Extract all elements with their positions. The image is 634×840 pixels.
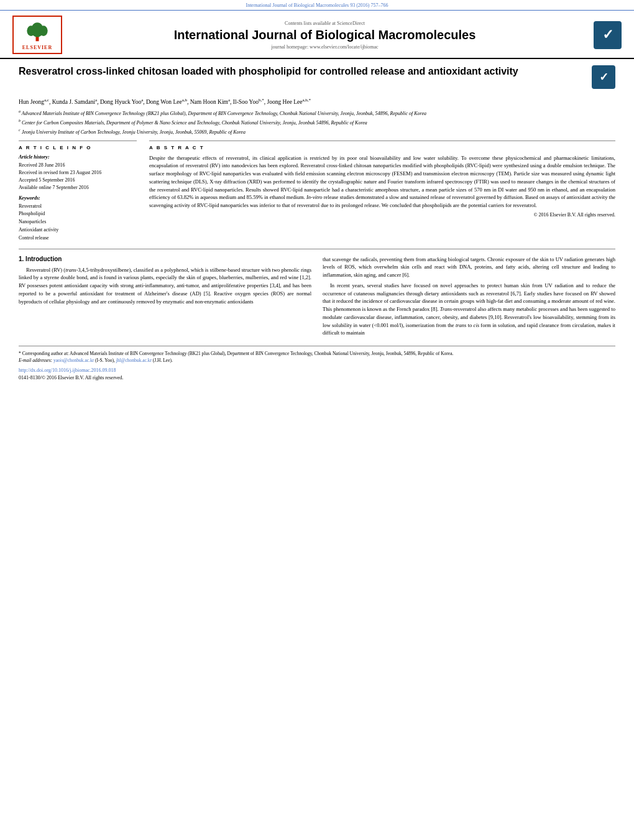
intro-left-text: Resveratrol (RV) (trans-3,4,5-trihydroxy…: [19, 266, 311, 306]
doi-link[interactable]: http://dx.doi.org/10.1016/j.ijbiomac.201…: [19, 367, 116, 373]
abstract-section: A B S T R A C T Despite the therapeutic …: [149, 141, 615, 218]
keyword-antioxidant: Antioxidant activity: [19, 226, 137, 234]
history-received: Received 28 June 2016: [19, 162, 137, 169]
article-title-section: Resveratrol cross-linked chitosan loaded…: [19, 65, 615, 93]
body-columns: 1. Introduction Resveratrol (RV) (trans-…: [19, 256, 615, 340]
history-revised: Received in revised form 23 August 2016: [19, 169, 137, 177]
authors-line: Hun Jeonga,c, Kunda J. Samdania, Dong Hy…: [19, 98, 615, 105]
page: International Journal of Biological Macr…: [0, 0, 634, 840]
abstract-label: A B S T R A C T: [149, 145, 615, 150]
elsevier-logo: ELSEVIER: [12, 16, 62, 54]
email-yoo[interactable]: yaois@chonbuk.ac.kr: [53, 358, 94, 363]
email-lee[interactable]: jhl@chonbuk.ac.kr: [116, 358, 152, 363]
journal-header: ELSEVIER Contents lists available at Sci…: [0, 11, 634, 59]
history-accepted: Accepted 5 September 2016: [19, 177, 137, 184]
corresponding-author-note: * Corresponding author at: Advanced Mate…: [19, 350, 615, 357]
intro-right-text: that scavenge the radicals, preventing t…: [323, 256, 615, 338]
article-info-box: A R T I C L E I N F O Article history: R…: [19, 141, 137, 242]
keywords-label: Keywords:: [19, 195, 137, 201]
body-left-col: 1. Introduction Resveratrol (RV) (trans-…: [19, 256, 311, 340]
history-online: Available online 7 September 2016: [19, 184, 137, 192]
svg-point-3: [39, 25, 47, 36]
crossmark-icon: ✓: [594, 21, 622, 49]
email-line: E-mail addresses: yaois@chonbuk.ac.kr (I…: [19, 357, 615, 364]
journal-title: International Journal of Biological Macr…: [62, 28, 587, 42]
journal-homepage: journal homepage: www.elsevier.com/locat…: [62, 44, 587, 50]
keyword-resveratrol: Resveratrol: [19, 203, 137, 211]
contents-available-line: Contents lists available at ScienceDirec…: [62, 21, 587, 26]
article-info-column: A R T I C L E I N F O Article history: R…: [19, 141, 137, 242]
keyword-phospholipid: Phospholipid: [19, 210, 137, 218]
article-title: Resveratrol cross-linked chitosan loaded…: [19, 65, 586, 78]
issn-line: 0141-8130/© 2016 Elsevier B.V. All right…: [19, 374, 615, 382]
body-right-col: that scavenge the radicals, preventing t…: [323, 256, 615, 340]
journal-citation: International Journal of Biological Macr…: [246, 2, 388, 8]
elsevier-tree-icon: [22, 19, 53, 43]
doi-line: http://dx.doi.org/10.1016/j.ijbiomac.201…: [19, 367, 615, 374]
copyright-line: © 2016 Elsevier B.V. All rights reserved…: [149, 212, 615, 218]
top-bar: International Journal of Biological Macr…: [0, 0, 634, 11]
history-label: Article history:: [19, 154, 137, 160]
keyword-nanoparticles: Nanoparticles: [19, 218, 137, 226]
article-info-label: A R T I C L E I N F O: [19, 145, 137, 150]
article-history: Article history: Received 28 June 2016 R…: [19, 154, 137, 192]
info-abstract-columns: A R T I C L E I N F O Article history: R…: [19, 141, 615, 242]
affiliations: a Advanced Materials Institute of BIN Co…: [19, 109, 615, 136]
section-divider: [19, 249, 615, 249]
elsevier-label: ELSEVIER: [22, 45, 52, 50]
svg-point-2: [27, 25, 35, 36]
journal-title-block: Contents lists available at ScienceDirec…: [62, 21, 587, 50]
keywords-section: Keywords: Resveratrol Phospholipid Nanop…: [19, 195, 137, 242]
footnote-area: * Corresponding author at: Advanced Mate…: [19, 346, 615, 382]
keyword-control-release: Control release: [19, 234, 137, 242]
abstract-column: A B S T R A C T Despite the therapeutic …: [149, 141, 615, 242]
crossmark-logo-area: ✓: [587, 21, 622, 49]
abstract-text: Despite the therapeutic effects of resve…: [149, 154, 615, 210]
introduction-heading: 1. Introduction: [19, 256, 311, 262]
article-content: Resveratrol cross-linked chitosan loaded…: [0, 59, 634, 388]
crossmark-small-icon: ✓: [592, 65, 615, 89]
